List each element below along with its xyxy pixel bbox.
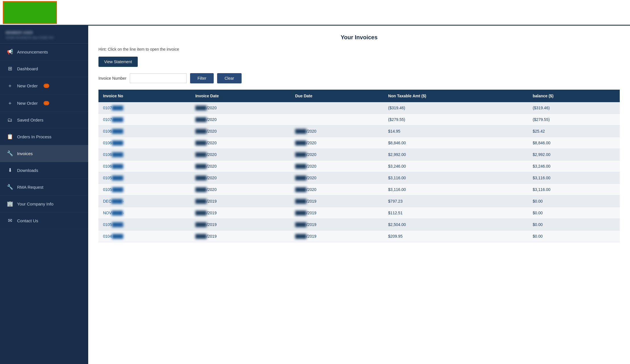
table-row[interactable]: 0106████████/2020████/2020$3,246.00$3,24…: [98, 161, 620, 172]
new-order-2-icon: ＋: [7, 100, 13, 106]
company-info-icon: 🏢: [7, 201, 13, 207]
downloads-icon: ⬇: [7, 167, 13, 173]
cell-dueDate: ████/2020: [291, 126, 384, 137]
cell-nonTaxableAmt: $2,504.00: [384, 219, 528, 231]
table-row[interactable]: DEC████·████/2019████/2019$797.23$0.00: [98, 196, 620, 207]
cell-invoiceDate: ████/2020: [191, 102, 291, 114]
cell-balance: ($319.46): [528, 102, 620, 114]
sidebar-item-label: Saved Orders: [17, 118, 44, 122]
sidebar-item-announcements[interactable]: 📢 Announcements: [0, 44, 88, 60]
sidebar-item-label: Invoices: [17, 151, 33, 156]
cell-nonTaxableAmt: $8,846.00: [384, 137, 528, 149]
cell-dueDate: [291, 114, 384, 126]
sidebar-item-label: New Order: [17, 83, 38, 88]
top-actions: View Statement: [98, 57, 620, 67]
cell-nonTaxableAmt: $3,116.00: [384, 184, 528, 196]
cell-dueDate: ████/2019: [291, 207, 384, 219]
cell-invoiceNo: NOV████·: [98, 207, 191, 219]
new-order-2-badge: ···: [44, 101, 49, 105]
table-row[interactable]: 0106████████/2020████/2020$2,992.00$2,99…: [98, 149, 620, 161]
table-row[interactable]: NOV████·████/2019████/2019$112.51$0.00: [98, 207, 620, 219]
cell-invoiceDate: ████/2019: [191, 196, 291, 207]
sidebar-item-orders-in-process[interactable]: 📋 Orders In Process: [0, 128, 88, 145]
col-balance: balance ($): [528, 90, 620, 102]
cell-invoiceNo: 0106████: [98, 126, 191, 137]
table-row[interactable]: 0107████████/2020($279.55)($279.55): [98, 114, 620, 126]
user-name: MEMBER USER: [6, 31, 83, 35]
cell-invoiceDate: ████/2019: [191, 219, 291, 231]
filter-row: Invoice Number Filter Clear: [98, 73, 620, 83]
cell-balance: $25.42: [528, 126, 620, 137]
cell-invoiceDate: ████/2020: [191, 114, 291, 126]
sidebar-item-invoices[interactable]: 🔧 Invoices: [0, 145, 88, 162]
cell-invoiceNo: 0106████: [98, 137, 191, 149]
rma-request-icon: 🔧: [7, 184, 13, 190]
table-row[interactable]: 0105████████/2020████/2020$3,116.00$3,11…: [98, 184, 620, 196]
sidebar-item-downloads[interactable]: ⬇ Downloads: [0, 162, 88, 179]
sidebar-item-new-order-2[interactable]: ＋ New Order ···: [0, 94, 88, 112]
cell-dueDate: ████/2019: [291, 231, 384, 242]
cell-balance: $3,116.00: [528, 172, 620, 184]
cell-invoiceNo: 0105████: [98, 172, 191, 184]
cell-dueDate: [291, 102, 384, 114]
cell-invoiceDate: ████/2020: [191, 149, 291, 161]
company-logo: [3, 1, 57, 24]
user-info: MEMBER USER SOME BUSINESS dba SOME INC: [0, 26, 88, 44]
cell-nonTaxableAmt: $3,246.00: [384, 161, 528, 172]
cell-invoiceNo: 0107████: [98, 114, 191, 126]
cell-invoiceDate: ████/2020: [191, 161, 291, 172]
cell-nonTaxableAmt: $112.51: [384, 207, 528, 219]
table-row[interactable]: 0104████████/2019████/2019$209.95$0.00: [98, 231, 620, 242]
cell-dueDate: ████/2020: [291, 184, 384, 196]
cell-nonTaxableAmt: $3,116.00: [384, 172, 528, 184]
dashboard-icon: ⊞: [7, 65, 13, 72]
table-row[interactable]: 0107████████/2020($319.46)($319.46): [98, 102, 620, 114]
cell-dueDate: ████/2019: [291, 219, 384, 231]
content-area: Your Invoices Hint: Click on the line it…: [88, 26, 630, 364]
cell-invoiceNo: 0104████: [98, 231, 191, 242]
new-order-badge: ···: [44, 84, 49, 88]
cell-balance: ($279.55): [528, 114, 620, 126]
sidebar-item-label: Contact Us: [17, 218, 38, 223]
cell-invoiceDate: ████/2020: [191, 172, 291, 184]
new-order-icon: ＋: [7, 82, 13, 89]
sidebar-item-new-order-1[interactable]: ＋ New Order ···: [0, 77, 88, 94]
table-row[interactable]: 0105████████/2020████/2020$3,116.00$3,11…: [98, 172, 620, 184]
cell-balance: $3,116.00: [528, 184, 620, 196]
cell-balance: $0.00: [528, 231, 620, 242]
table-row[interactable]: 0106████████/2020████/2020$14.95$25.42: [98, 126, 620, 137]
invoice-table: Invoice No Invoice Date Due Date Non Tax…: [98, 90, 620, 242]
col-non-taxable-amt: Non Taxable Amt ($): [384, 90, 528, 102]
sidebar-item-dashboard[interactable]: ⊞ Dashboard: [0, 60, 88, 77]
filter-button[interactable]: Filter: [190, 73, 214, 83]
cell-dueDate: ████/2020: [291, 172, 384, 184]
view-statement-button[interactable]: View Statement: [98, 57, 138, 67]
cell-balance: $8,846.00: [528, 137, 620, 149]
orders-in-process-icon: 📋: [7, 133, 13, 140]
col-invoice-date: Invoice Date: [191, 90, 291, 102]
sidebar-item-label: Orders In Process: [17, 134, 52, 139]
page-title: Your Invoices: [98, 34, 620, 41]
table-row[interactable]: 0105████████/2019████/2019$2,504.00$0.00: [98, 219, 620, 231]
saved-orders-icon: 🗂: [7, 117, 13, 123]
clear-button[interactable]: Clear: [217, 73, 241, 83]
cell-balance: $0.00: [528, 196, 620, 207]
sidebar-item-rma-request[interactable]: 🔧 RMA Request: [0, 179, 88, 196]
col-due-date: Due Date: [291, 90, 384, 102]
cell-nonTaxableAmt: ($279.55): [384, 114, 528, 126]
cell-nonTaxableAmt: $797.23: [384, 196, 528, 207]
cell-nonTaxableAmt: $209.95: [384, 231, 528, 242]
sidebar-item-label: RMA Request: [17, 185, 44, 190]
sidebar-item-saved-orders[interactable]: 🗂 Saved Orders: [0, 112, 88, 128]
cell-invoiceDate: ████/2020: [191, 137, 291, 149]
user-company: SOME BUSINESS dba SOME INC: [6, 36, 83, 39]
sidebar-item-contact-us[interactable]: ✉ Contact Us: [0, 212, 88, 229]
sidebar-item-your-company-info[interactable]: 🏢 Your Company Info: [0, 196, 88, 212]
table-row[interactable]: 0106████████/2020████/2020$8,846.00$8,84…: [98, 137, 620, 149]
cell-invoiceNo: 0105████: [98, 184, 191, 196]
sidebar-item-label: New Order: [17, 101, 38, 106]
invoice-number-input[interactable]: [130, 73, 187, 83]
cell-invoiceDate: ████/2020: [191, 184, 291, 196]
contact-us-icon: ✉: [7, 217, 13, 224]
main-container: MEMBER USER SOME BUSINESS dba SOME INC 📢…: [0, 26, 630, 364]
